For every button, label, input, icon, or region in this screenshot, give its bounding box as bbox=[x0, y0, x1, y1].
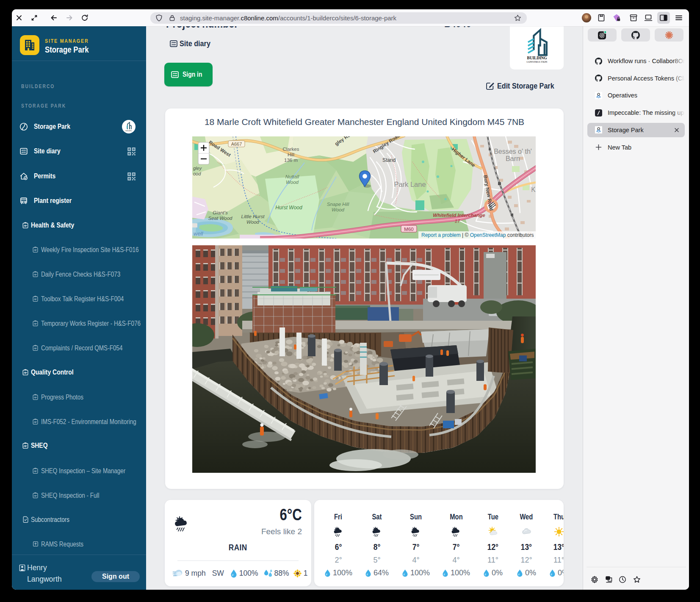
svg-text:Little Hurst: Little Hurst bbox=[241, 214, 265, 219]
svg-text:Clarkes: Clarkes bbox=[283, 147, 299, 152]
svg-text:Whitefield Interchange: Whitefield Interchange bbox=[433, 213, 485, 218]
svg-text:M60: M60 bbox=[404, 227, 413, 232]
svg-text:Wood: Wood bbox=[246, 219, 260, 225]
svg-text:Wood: Wood bbox=[332, 207, 345, 212]
svg-text:Seat Wood: Seat Wood bbox=[208, 216, 232, 221]
svg-text:Nuttall: Nuttall bbox=[285, 174, 299, 179]
svg-text:Report a problem | © OpenStree: Report a problem | © OpenStreetMap contr… bbox=[421, 232, 534, 238]
svg-text:Stand: Stand bbox=[382, 157, 396, 163]
svg-text:Kir: Kir bbox=[531, 186, 536, 193]
svg-text:17: 17 bbox=[455, 219, 460, 224]
svg-text:Snape Hill: Snape Hill bbox=[327, 202, 349, 207]
svg-text:BUILDING: BUILDING bbox=[527, 56, 547, 60]
svg-text:Hill: Hill bbox=[288, 152, 294, 157]
svg-text:Hurst Wood: Hurst Wood bbox=[275, 205, 302, 211]
svg-text:BUILDING: BUILDING bbox=[125, 130, 132, 132]
svg-text:gley: gley bbox=[193, 166, 202, 171]
svg-text:136 m: 136 m bbox=[284, 158, 298, 163]
svg-text:Barn: Barn bbox=[506, 155, 520, 162]
svg-text:Besses o' th': Besses o' th' bbox=[494, 148, 532, 155]
svg-text:well: well bbox=[194, 230, 204, 237]
svg-text:ood: ood bbox=[193, 171, 201, 176]
svg-text:Wood: Wood bbox=[286, 180, 299, 185]
svg-text:A667: A667 bbox=[231, 141, 242, 147]
svg-text:Giant's: Giant's bbox=[213, 210, 228, 215]
svg-text:Park Lane: Park Lane bbox=[394, 180, 426, 188]
svg-text:CONSTRUCTION: CONSTRUCTION bbox=[527, 60, 548, 63]
